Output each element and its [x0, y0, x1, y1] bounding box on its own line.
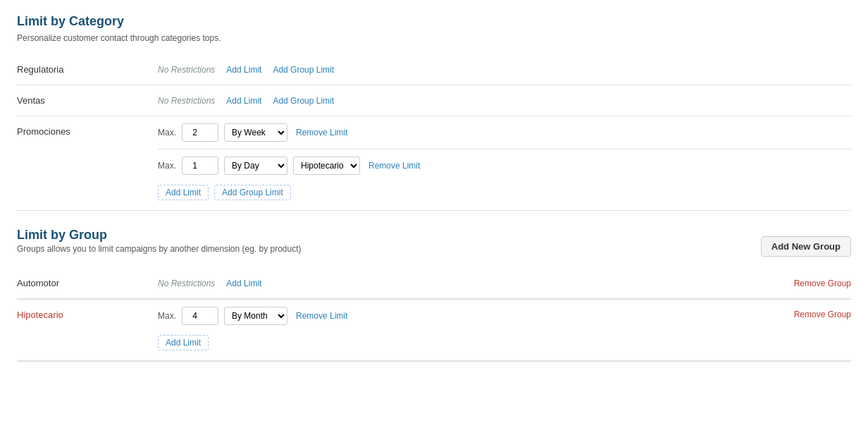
remove-group-btn-hipotecario[interactable]: Remove Group — [794, 307, 851, 319]
period-select-promo-2[interactable]: By Day By Week By Month By Year — [224, 157, 287, 175]
max-input-promo-2[interactable] — [182, 157, 218, 175]
limits-area-regulatoria: No Restrictions Add Limit Add Group Limi… — [158, 63, 851, 76]
limit-line-promociones-2: Max. By Day By Week By Month By Year Hip… — [158, 157, 851, 175]
max-label-promo-2: Max. — [158, 161, 176, 171]
actions-row-hipotecario: Add Limit — [158, 329, 794, 353]
no-restrictions-regulatoria: No Restrictions — [158, 65, 215, 75]
period-select-promo-1[interactable]: By Week By Day By Month By Year — [224, 123, 287, 142]
add-limit-btn-promociones[interactable]: Add Limit — [158, 185, 209, 200]
remove-limit-btn-promo-1[interactable]: Remove Limit — [293, 126, 350, 139]
limit-line-regulatoria-norestrict: No Restrictions Add Limit Add Group Limi… — [158, 63, 851, 76]
remove-limit-btn-hipotecario-1[interactable]: Remove Limit — [293, 310, 350, 322]
add-group-limit-btn-promociones[interactable]: Add Group Limit — [214, 185, 291, 200]
limits-area-promociones: Max. By Week By Day By Month By Year Rem… — [158, 123, 851, 203]
limits-area-ventas: No Restrictions Add Limit Add Group Limi… — [158, 94, 851, 107]
group-select-promo-2[interactable]: Hipotecario Automotor — [293, 157, 360, 175]
add-new-group-button[interactable]: Add New Group — [761, 236, 851, 257]
limits-area-hipotecario: Max. By Month By Day By Week By Year Rem… — [158, 307, 794, 353]
limit-by-category-subtitle: Personalize customer contact through cat… — [17, 33, 851, 43]
category-row-promociones: Promociones Max. By Week By Day By Month… — [17, 116, 851, 211]
limit-line-hipotecario-1: Max. By Month By Day By Week By Year Rem… — [158, 307, 794, 325]
limit-line-automotor-norestrict: No Restrictions Add Limit — [158, 277, 794, 290]
add-limit-btn-hipotecario[interactable]: Add Limit — [158, 335, 209, 350]
category-row-hipotecario: Hipotecario Max. By Month By Day By Week… — [17, 300, 851, 361]
group-name-hipotecario: Hipotecario — [17, 307, 158, 320]
period-select-hipotecario-1[interactable]: By Month By Day By Week By Year — [224, 307, 287, 325]
limit-by-group-section: Limit by Group Groups allows you to limi… — [17, 228, 851, 362]
group-name-automotor: Automotor — [17, 278, 158, 288]
divider-promo — [158, 149, 851, 149]
category-row-automotor: Automotor No Restrictions Add Limit Remo… — [17, 268, 851, 299]
no-restrictions-automotor: No Restrictions — [158, 279, 215, 288]
limit-by-category-title: Limit by Category — [17, 14, 851, 29]
max-input-promo-1[interactable] — [182, 123, 218, 142]
max-label-hipotecario-1: Max. — [158, 311, 176, 321]
max-input-hipotecario-1[interactable] — [182, 307, 218, 325]
group-row-hipotecario: Hipotecario Max. By Month By Day By Week… — [17, 300, 851, 362]
category-row-regulatoria: Regulatoria No Restrictions Add Limit Ad… — [17, 54, 851, 85]
add-group-limit-btn-ventas[interactable]: Add Group Limit — [270, 94, 337, 107]
category-name-regulatoria: Regulatoria — [17, 64, 158, 75]
limit-by-group-subtitle: Groups allows you to limit campaigns by … — [17, 244, 302, 254]
limit-by-group-header-left: Limit by Group Groups allows you to limi… — [17, 228, 302, 265]
no-restrictions-ventas: No Restrictions — [158, 96, 215, 106]
limit-line-ventas-norestrict: No Restrictions Add Limit Add Group Limi… — [158, 94, 851, 107]
max-label-promo-1: Max. — [158, 128, 176, 138]
category-name-ventas: Ventas — [17, 95, 158, 106]
limit-line-promociones-1: Max. By Week By Day By Month By Year Rem… — [158, 123, 851, 142]
category-name-promociones: Promociones — [17, 123, 158, 137]
limit-by-group-title: Limit by Group — [17, 228, 302, 243]
limits-area-automotor: No Restrictions Add Limit — [158, 277, 794, 290]
remove-group-btn-automotor[interactable]: Remove Group — [794, 279, 851, 288]
limit-by-category-section: Limit by Category Personalize customer c… — [17, 14, 851, 211]
category-row-ventas: Ventas No Restrictions Add Limit Add Gro… — [17, 85, 851, 116]
group-row-automotor: Automotor No Restrictions Add Limit Remo… — [17, 268, 851, 300]
add-limit-btn-regulatoria[interactable]: Add Limit — [223, 63, 264, 76]
remove-limit-btn-promo-2[interactable]: Remove Limit — [366, 159, 423, 172]
add-group-limit-btn-regulatoria[interactable]: Add Group Limit — [270, 63, 337, 76]
add-limit-btn-automotor[interactable]: Add Limit — [223, 277, 264, 290]
add-limit-btn-ventas[interactable]: Add Limit — [223, 94, 264, 107]
limit-by-group-header: Limit by Group Groups allows you to limi… — [17, 228, 851, 265]
actions-row-promociones: Add Limit Add Group Limit — [158, 179, 851, 203]
